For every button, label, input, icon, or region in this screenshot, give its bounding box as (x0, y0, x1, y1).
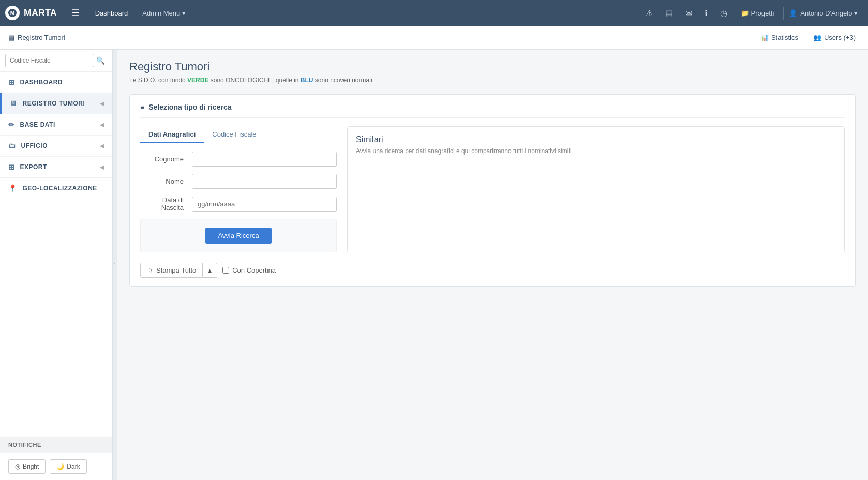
dark-theme-button[interactable]: 🌙 Dark (50, 459, 86, 474)
clock-icon-button[interactable]: ◷ (716, 6, 731, 20)
sidebar-item-label: BASE DATI (20, 121, 55, 128)
bottom-toolbar: 🖨 Stampa Tutto ▲ Con Copertina (140, 263, 845, 278)
app-name: MARTA (24, 8, 57, 19)
sidebar-item-base-dati[interactable]: ✏ BASE DATI ◀ (0, 114, 112, 136)
layers-icon-button[interactable]: ▤ (661, 6, 677, 20)
nome-input[interactable] (192, 174, 337, 189)
bright-icon: ◎ (15, 463, 20, 470)
search-panel-title: Seleziona tipo di ricerca (148, 103, 231, 111)
export-icon: ⊞ (8, 163, 15, 171)
breadcrumb-icon: ▤ (8, 34, 14, 41)
chevron-icon: ◀ (100, 143, 104, 149)
breadcrumb-text: Registro Tumori (18, 34, 65, 41)
sidebar: 🔍 ⊞ DASHBOARD 🖥 REGISTRO TUMORI ◀ ✏ BASE… (0, 50, 113, 480)
tab-codice-fiscale[interactable]: Codice Fiscale (204, 126, 264, 143)
sidebar-item-label: REGISTRO TUMORI (23, 100, 85, 107)
search-input[interactable] (5, 54, 94, 67)
search-form-section: Dati Anagrafici Codice Fiscale Cognome N… (140, 126, 337, 252)
progetti-button[interactable]: 📁 Progetti (736, 6, 780, 20)
nome-label: Nome (140, 177, 192, 185)
similari-title: Similari (356, 135, 836, 144)
sidebar-item-label: UFFICIO (21, 142, 48, 149)
data-nascita-input[interactable] (192, 197, 337, 212)
mail-icon-button[interactable]: ✉ (681, 6, 696, 20)
dark-icon: 🌙 (56, 463, 64, 470)
user-menu-button[interactable]: 👤 Antonio D'Angelo ▾ (783, 6, 863, 20)
print-icon: 🖨 (147, 266, 154, 274)
base-dati-icon: ✏ (8, 121, 15, 129)
notifications-section-label: Notifiche (0, 437, 112, 453)
con-copertina-group: Con Copertina (222, 266, 276, 274)
page-subtitle: Le S.D.O. con fondo VERDE sono ONCOLOGIC… (129, 77, 856, 84)
users-label: Users (+3) (824, 34, 856, 41)
topnav-dashboard-link[interactable]: Dashboard (89, 6, 134, 20)
sidebar-item-registro-tumori[interactable]: 🖥 REGISTRO TUMORI ◀ (0, 93, 112, 114)
tab-dati-anagrafici[interactable]: Dati Anagrafici (140, 126, 204, 143)
registro-tumori-icon: 🖥 (10, 99, 18, 108)
geo-icon: 📍 (8, 184, 18, 192)
chevron-icon: ◀ (100, 122, 104, 128)
search-tabs: Dati Anagrafici Codice Fiscale (140, 126, 337, 143)
alert-icon-button[interactable]: ⚠ (641, 6, 657, 20)
con-copertina-label: Con Copertina (232, 266, 276, 274)
search-panel-header: ≡ Seleziona tipo di ricerca (140, 103, 845, 118)
form-actions: Avvia Ricerca (140, 219, 337, 252)
statistics-icon: 📊 (760, 34, 769, 41)
blu-text: BLU (301, 77, 313, 84)
similari-subtitle: Avvia una ricerca per dati anagrafici e … (356, 147, 836, 159)
statistics-label: Statistics (771, 34, 798, 41)
top-navigation: M MARTA ☰ Dashboard Admin Menu ▾ ⚠ ▤ ✉ ℹ… (0, 0, 868, 26)
topnav-adminmenu-dropdown[interactable]: Admin Menu ▾ (136, 6, 192, 20)
stampa-dropdown-arrow[interactable]: ▲ (203, 263, 217, 278)
bright-label: Bright (23, 463, 39, 470)
search-panel-body: Dati Anagrafici Codice Fiscale Cognome N… (140, 126, 845, 252)
data-nascita-form-group: Data diNascita (140, 196, 337, 212)
body-layout: 🔍 ⊞ DASHBOARD 🖥 REGISTRO TUMORI ◀ ✏ BASE… (0, 50, 868, 480)
menu-toggle-button[interactable]: ☰ (67, 5, 84, 21)
sidebar-resize-handle[interactable]: ⋮ (113, 50, 117, 480)
search-panel-icon: ≡ (140, 103, 144, 111)
sidebar-item-geo-localizzazione[interactable]: 📍 GEO-LOCALIZZAZIONE (0, 178, 112, 199)
data-nascita-label: Data diNascita (140, 196, 192, 212)
similari-section: Similari Avvia una ricerca per dati anag… (347, 126, 845, 252)
avvia-ricerca-button[interactable]: Avvia Ricerca (205, 228, 271, 244)
sidebar-item-label: DASHBOARD (20, 79, 63, 86)
search-button[interactable]: 🔍 (94, 54, 107, 67)
cognome-form-group: Cognome (140, 152, 337, 167)
user-name-label: Antonio D'Angelo ▾ (800, 9, 858, 17)
dashboard-icon: ⊞ (8, 78, 15, 86)
users-button[interactable]: 👥 Users (+3) (809, 32, 860, 43)
stampa-tutto-button[interactable]: 🖨 Stampa Tutto (140, 263, 203, 278)
logo-icon: M (5, 6, 20, 20)
chevron-icon: ◀ (100, 164, 104, 171)
dark-label: Dark (67, 463, 80, 470)
verde-text: VERDE (187, 77, 208, 84)
info-icon-button[interactable]: ℹ (700, 6, 712, 20)
topnav-right-section: ⚠ ▤ ✉ ℹ ◷ 📁 Progetti 👤 Antonio D'Angelo … (641, 6, 863, 20)
ufficio-icon: 🗂 (8, 142, 16, 150)
sidebar-nav: ⊞ DASHBOARD 🖥 REGISTRO TUMORI ◀ ✏ BASE D… (0, 72, 112, 437)
users-icon: 👥 (813, 34, 821, 41)
search-panel: ≡ Seleziona tipo di ricerca Dati Anagraf… (129, 94, 856, 287)
sidebar-item-export[interactable]: ⊞ EXPORT ◀ (0, 157, 112, 178)
sidebar-item-dashboard[interactable]: ⊞ DASHBOARD (0, 72, 112, 93)
statistics-button[interactable]: 📊 Statistics (756, 32, 802, 43)
theme-buttons: ◎ Bright 🌙 Dark (0, 453, 112, 480)
subheader: ▤ Registro Tumori 📊 Statistics 👥 Users (… (0, 26, 868, 50)
cognome-label: Cognome (140, 155, 192, 163)
cognome-input[interactable] (192, 152, 337, 167)
breadcrumb: ▤ Registro Tumori (8, 34, 65, 41)
sidebar-item-ufficio[interactable]: 🗂 UFFICIO ◀ (0, 136, 112, 157)
main-content: Registro Tumori Le S.D.O. con fondo VERD… (117, 50, 868, 480)
stampa-tutto-label: Stampa Tutto (156, 266, 196, 274)
user-icon: 👤 (789, 9, 797, 17)
bright-theme-button[interactable]: ◎ Bright (8, 459, 46, 474)
progetti-label: Progetti (751, 9, 774, 17)
sidebar-search-area: 🔍 (0, 50, 112, 72)
con-copertina-checkbox[interactable] (222, 267, 229, 274)
svg-text:M: M (10, 10, 14, 16)
topnav-links: Dashboard Admin Menu ▾ (89, 6, 192, 20)
subheader-right: 📊 Statistics 👥 Users (+3) (756, 32, 860, 43)
progetti-icon: 📁 (741, 9, 749, 17)
nome-form-group: Nome (140, 174, 337, 189)
